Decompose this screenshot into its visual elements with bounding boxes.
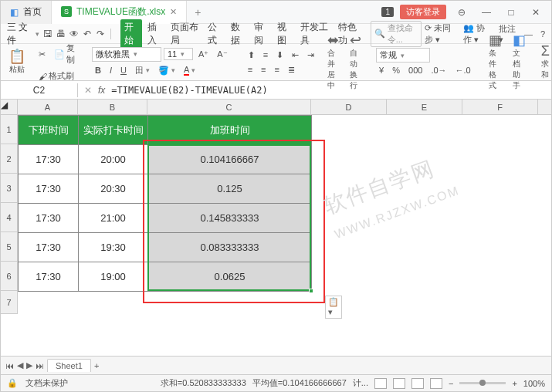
feedback-icon[interactable]: ⊖ — [452, 7, 471, 18]
header-clocktime[interactable]: 实际打卡时间 — [79, 116, 148, 145]
zoom-out-icon[interactable]: − — [449, 379, 453, 388]
cond-format-button[interactable]: ▦条件格式 — [486, 32, 505, 93]
col-header-F[interactable]: F — [462, 100, 538, 114]
paste-button[interactable]: 📋粘贴 — [5, 48, 29, 76]
cell[interactable]: 19:00 — [79, 262, 148, 292]
dec-dec-icon[interactable]: ←.0 — [452, 64, 474, 76]
align-right-icon[interactable]: ≡ — [272, 63, 283, 76]
cell[interactable]: 20:00 — [79, 145, 148, 174]
formula-input[interactable]: =TIMEVALUE(B2)-TIMEVALUE(A2) — [111, 85, 267, 96]
close-tab-icon[interactable]: ✕ — [170, 7, 177, 17]
close-window-icon[interactable]: ✕ — [527, 7, 545, 18]
indent-inc-icon[interactable]: ⇥ — [304, 49, 317, 62]
add-tab-button[interactable]: + — [187, 6, 208, 19]
sync-status[interactable]: ⟳ 未同步 ▾ — [425, 22, 455, 46]
ribbon-tab-data[interactable]: 数据 — [227, 19, 249, 49]
row-header-4[interactable]: 4 — [1, 203, 18, 232]
align-mid-icon[interactable]: ≡ — [260, 49, 271, 61]
cell[interactable]: 0.145833333 — [148, 204, 312, 233]
ribbon-tab-start[interactable]: 开始 — [120, 19, 142, 49]
cell[interactable]: 17:30 — [19, 204, 79, 233]
wrap-button[interactable]: ↩自动换行 — [347, 32, 364, 93]
row-header-1[interactable]: 1 — [1, 115, 18, 144]
col-header-E[interactable]: E — [387, 100, 462, 114]
menu-help-icon[interactable]: ? — [540, 29, 545, 39]
zoom-slider[interactable] — [459, 382, 506, 384]
cell[interactable]: 0.083333333 — [148, 233, 312, 262]
header-offtime[interactable]: 下班时间 — [19, 116, 79, 145]
percent-icon[interactable]: % — [389, 64, 403, 76]
cell[interactable]: 20:30 — [79, 174, 148, 204]
cell[interactable]: 0.0625 — [148, 262, 312, 292]
merge-button[interactable]: ⬌合并居中 — [324, 32, 342, 93]
view-read-icon[interactable] — [430, 378, 442, 389]
sum-button[interactable]: Σ求和 — [538, 42, 552, 82]
sheet-nav-prev-icon[interactable]: ◀ — [17, 360, 23, 370]
guest-login-button[interactable]: 访客登录 — [400, 5, 446, 19]
sheet-nav-next-icon[interactable]: ▶ — [26, 360, 32, 370]
file-dropdown-icon[interactable]: ▾ — [36, 30, 39, 38]
fill-color-button[interactable]: 🪣▾ — [155, 64, 178, 77]
align-bot-icon[interactable]: ⬇ — [273, 49, 286, 62]
italic-button[interactable]: I — [107, 64, 115, 76]
font-color-button[interactable]: A▾ — [181, 63, 198, 77]
print-icon[interactable]: 🖶 — [56, 29, 66, 39]
align-just-icon[interactable]: ≣ — [285, 63, 298, 76]
row-header-5[interactable]: 5 — [1, 232, 18, 262]
col-header-B[interactable]: B — [78, 100, 147, 114]
select-all-corner[interactable]: ◢ — [1, 100, 18, 114]
status-count[interactable]: 计... — [353, 377, 368, 389]
redo-icon[interactable]: ↷ — [96, 29, 106, 39]
cell[interactable]: 17:30 — [19, 145, 79, 174]
file-menu[interactable]: 三 文件 — [7, 21, 32, 47]
cell[interactable]: 0.104166667 — [148, 145, 312, 174]
ribbon-tab-review[interactable]: 审阅 — [250, 19, 272, 49]
notification-badge[interactable]: 1 — [381, 7, 394, 17]
minimize-icon[interactable]: — — [477, 7, 496, 18]
bold-button[interactable]: B — [92, 64, 104, 76]
save-icon[interactable]: 🖫 — [42, 29, 52, 39]
align-center-icon[interactable]: ≡ — [258, 63, 269, 76]
cell[interactable]: 0.125 — [148, 174, 312, 204]
cell[interactable]: 19:30 — [79, 233, 148, 262]
ribbon-tab-view[interactable]: 视图 — [273, 19, 295, 49]
ribbon-tab-insert[interactable]: 插入 — [144, 19, 165, 49]
font-shrink-icon[interactable]: A⁻ — [214, 48, 230, 61]
command-search[interactable]: 🔍 查找命令... — [371, 21, 422, 47]
preview-icon[interactable]: 👁 — [69, 29, 80, 39]
dec-inc-icon[interactable]: .0→ — [428, 64, 449, 76]
col-header-A[interactable]: A — [18, 100, 78, 114]
font-select[interactable]: 微软雅黑▾ — [92, 47, 161, 62]
fx-icon[interactable]: fx — [98, 85, 105, 96]
comma-icon[interactable]: 000 — [405, 64, 425, 76]
maximize-icon[interactable]: □ — [502, 7, 520, 18]
cell[interactable]: 17:30 — [19, 233, 79, 262]
cell[interactable]: 21:00 — [79, 204, 148, 233]
header-overtime[interactable]: 加班时间 — [148, 116, 312, 145]
cut-button[interactable]: ✂ — [36, 48, 49, 61]
zoom-in-icon[interactable]: + — [512, 379, 516, 388]
indent-dec-icon[interactable]: ⇤ — [289, 49, 302, 62]
doc-helper-button[interactable]: ◧文档助手 — [510, 32, 529, 93]
status-avg[interactable]: 平均值=0.104166666667 — [252, 377, 347, 389]
row-header-6[interactable]: 6 — [1, 262, 18, 291]
col-header-D[interactable]: D — [311, 100, 387, 114]
font-grow-icon[interactable]: A⁺ — [195, 48, 212, 61]
view-normal-icon[interactable] — [374, 378, 387, 389]
sheet-nav-first-icon[interactable]: ⏮ — [5, 361, 14, 370]
copy-button[interactable]: 📄 复制 — [51, 41, 78, 67]
cell[interactable]: 17:30 — [19, 174, 79, 204]
cell[interactable]: 17:30 — [19, 262, 79, 292]
border-button[interactable]: 田▾ — [132, 63, 153, 78]
add-sheet-button[interactable]: + — [94, 361, 99, 370]
underline-button[interactable]: U — [117, 64, 130, 76]
zoom-level[interactable]: 100% — [523, 379, 545, 388]
col-header-C[interactable]: C — [147, 100, 311, 114]
view-page-icon[interactable] — [393, 378, 405, 389]
fx-cancel-icon[interactable]: ✕ — [84, 85, 92, 96]
name-box[interactable]: C2 — [1, 83, 78, 97]
row-header-7[interactable]: 7 — [1, 291, 18, 314]
format-brush-button[interactable]: 🖌 格式刷 — [36, 69, 77, 83]
ribbon-tab-formula[interactable]: 公式 — [204, 19, 225, 49]
view-break-icon[interactable] — [411, 378, 424, 389]
